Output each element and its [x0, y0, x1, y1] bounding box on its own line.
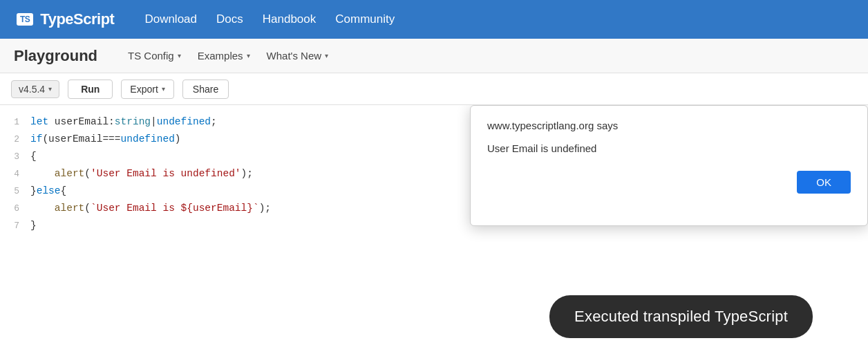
- examples-label: Examples: [198, 50, 243, 62]
- logo[interactable]: TS TypeScript: [17, 10, 114, 28]
- browser-dialog: www.typescriptlang.org says User Email i…: [470, 105, 868, 226]
- examples-chevron-icon: ▾: [247, 52, 250, 59]
- dialog-source: www.typescriptlang.org says: [487, 120, 851, 131]
- examples-dropdown[interactable]: Examples ▾: [189, 39, 258, 73]
- nav-download[interactable]: Download: [144, 12, 197, 26]
- line-number-2: 2: [0, 131, 30, 148]
- ts-config-dropdown[interactable]: TS Config ▾: [120, 39, 189, 73]
- run-button[interactable]: Run: [68, 80, 113, 99]
- line-number-3: 3: [0, 149, 30, 165]
- ts-config-chevron-icon: ▾: [178, 52, 181, 59]
- playground-title: Playground: [14, 47, 97, 65]
- line-number-4: 4: [0, 166, 30, 183]
- dialog-message: User Email is undefined: [487, 142, 851, 154]
- ts-config-label: TS Config: [128, 50, 174, 62]
- whats-new-label: What's New: [267, 50, 322, 62]
- nav-docs[interactable]: Docs: [216, 12, 243, 26]
- nav-handbook[interactable]: Handbook: [263, 12, 317, 26]
- share-button[interactable]: Share: [182, 80, 229, 99]
- version-chevron-icon: ▾: [48, 85, 52, 93]
- line-number-7: 7: [0, 218, 30, 234]
- export-chevron-icon: ▾: [162, 85, 165, 93]
- line-number-1: 1: [0, 114, 30, 131]
- brand-name: TypeScript: [40, 10, 114, 28]
- code-text-6: alert(`User Email is ${userEmail}`);: [30, 200, 271, 216]
- ts-badge: TS: [17, 13, 33, 26]
- dialog-ok-button[interactable]: OK: [797, 171, 851, 194]
- line-number-6: 6: [0, 201, 30, 217]
- version-button[interactable]: v4.5.4 ▾: [11, 80, 59, 98]
- version-label: v4.5.4: [19, 84, 45, 95]
- top-nav: TS TypeScript Download Docs Handbook Com…: [0, 0, 868, 39]
- code-text-2: if(userEmail===undefined): [30, 131, 181, 147]
- whats-new-chevron-icon: ▾: [325, 52, 328, 59]
- code-text-7: }: [30, 217, 37, 234]
- whats-new-dropdown[interactable]: What's New ▾: [258, 39, 337, 73]
- code-text-4: alert('User Email is undefined');: [30, 165, 253, 182]
- code-text-5: }else{: [30, 183, 66, 199]
- export-label: Export: [130, 84, 158, 95]
- second-nav: Playground TS Config ▾ Examples ▾ What's…: [0, 39, 868, 73]
- export-button[interactable]: Export ▾: [121, 80, 173, 99]
- nav-links: Download Docs Handbook Community: [144, 12, 395, 26]
- toolbar: v4.5.4 ▾ Run Export ▾ Share: [0, 73, 868, 105]
- code-text-3: {: [30, 148, 37, 165]
- toast-notification: Executed transpiled TypeScript: [549, 295, 813, 338]
- dialog-footer: OK: [487, 171, 851, 194]
- nav-community[interactable]: Community: [335, 12, 395, 26]
- main-content: 1 let userEmail:string|undefined; 2 if(u…: [0, 105, 868, 363]
- code-text-1: let userEmail:string|undefined;: [30, 113, 217, 130]
- line-number-5: 5: [0, 183, 30, 200]
